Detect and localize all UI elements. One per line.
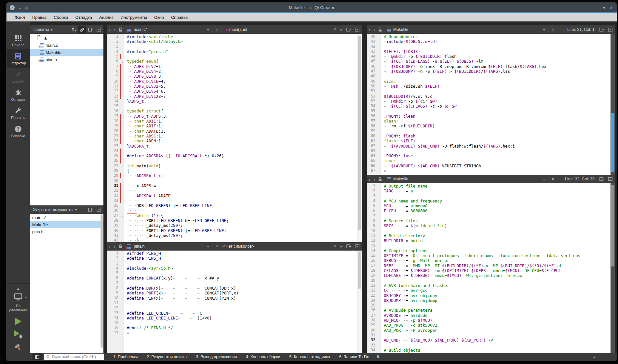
line-number[interactable]: 55	[367, 109, 377, 113]
code-text[interactable]: .PHONY:·clean	[382, 114, 415, 119]
code-line[interactable]: 44→ @mkdir -p $(BUILDDIR) flash	[367, 54, 610, 59]
code-line[interactable]: 40········PORT(LED_GREEN)·|=·LED_GREE_LI…	[107, 228, 357, 233]
fold-margin[interactable]	[120, 144, 125, 149]
line-number[interactable]: 10	[107, 79, 120, 84]
fold-margin[interactable]	[377, 218, 382, 223]
code-text[interactable]: MCU······= atmega8	[382, 203, 427, 208]
code-line[interactable]: 23OBJCOPY··= avr-objcopy	[367, 293, 610, 298]
code-text[interactable]: ···char·ADATE:1;	[125, 129, 166, 134]
fold-margin[interactable]	[377, 343, 382, 348]
close-split-icon[interactable]	[353, 26, 361, 33]
back-icon[interactable]: ‹	[367, 176, 372, 182]
menu-item-3[interactable]: Отладка	[72, 13, 95, 21]
code-text[interactable]: # Build objects	[382, 348, 420, 353]
code-line[interactable]: 3	[107, 44, 357, 49]
fold-margin[interactable]	[377, 308, 382, 313]
code-text[interactable]: OPTIMIZE = -Os -mcall-prologues -fshort-…	[382, 253, 580, 258]
code-text[interactable]: → $(AVRDUDE) $(AD_CMD) %FUSEBIT_STRING%	[382, 163, 481, 168]
fold-margin[interactable]	[377, 114, 382, 119]
line-number[interactable]: 40	[107, 228, 120, 233]
line-number[interactable]: 15	[107, 104, 120, 109]
code-line[interactable]: 46→ $(OBJCOPY) -O ihex -R .eeprom -R .nw…	[367, 64, 610, 69]
line-number[interactable]: 39	[107, 223, 120, 228]
code-text[interactable]: ····	[125, 198, 137, 203]
split-icon[interactable]	[87, 206, 94, 213]
code-text[interactable]: #include·<avr/io.h>	[125, 266, 173, 271]
code-line[interactable]: 45→ $(CC) $(LDFLAGS) -o $(ELF) $(OBJS) -…	[367, 59, 610, 64]
line-number[interactable]: 66	[367, 163, 377, 168]
code-text[interactable]: ···ADPS_DIV2=1,	[125, 64, 163, 69]
error-marker[interactable]	[120, 183, 125, 188]
code-line[interactable]: 59	[367, 129, 610, 134]
line-number[interactable]: 23	[367, 293, 377, 298]
fold-margin[interactable]	[377, 194, 382, 199]
toggle-sidebar-icon[interactable]	[33, 353, 42, 360]
fold-margin[interactable]	[120, 311, 125, 316]
code-line[interactable]: 50→ @sh ./size.sh $(ELF)	[367, 84, 610, 89]
fold-margin[interactable]	[120, 316, 125, 320]
code-line[interactable]: 24OBJDUMP··= avr-objdump	[367, 298, 610, 303]
line-number[interactable]: 65	[367, 158, 377, 163]
line-number[interactable]: 46	[367, 64, 377, 69]
error-marker[interactable]	[120, 188, 125, 193]
code-text[interactable]: # Output file name	[382, 184, 427, 188]
code-text[interactable]: → rm -rf $(BUILDDIR)	[382, 124, 435, 128]
code-text[interactable]	[125, 261, 127, 266]
line-number[interactable]: 47	[367, 69, 377, 74]
line-number[interactable]: 5	[107, 271, 120, 276]
code-text[interactable]: typedef·struct{	[125, 109, 163, 113]
code-text[interactable]: → $(CC) $(LDFLAGS) -o $(ELF) $(OBJS) -lm	[382, 59, 483, 64]
back-icon[interactable]: ‹	[107, 27, 112, 32]
code-line[interactable]: 14}ADPS_t;	[107, 99, 357, 104]
chevron-down-icon[interactable]: ▾	[541, 28, 547, 32]
line-number[interactable]: 27	[367, 313, 377, 318]
fold-margin[interactable]	[377, 313, 382, 318]
code-line[interactable]: 12BUILDDIR = build	[367, 238, 610, 243]
fold-margin[interactable]	[377, 79, 382, 84]
line-number[interactable]: 11	[107, 301, 120, 306]
line-number[interactable]: 67	[367, 168, 377, 173]
code-text[interactable]: ···ADPS_DIV4=2,	[125, 69, 163, 74]
code-text[interactable]: SRCS·····= $(wildcard *.c)	[382, 223, 447, 228]
fold-margin[interactable]	[377, 243, 382, 248]
code-text[interactable]: ···char·ADSC:1;	[125, 134, 163, 138]
code-text[interactable]: AVRDUDE··= avrdude	[382, 313, 427, 318]
code-line[interactable]: 12	[107, 306, 357, 310]
fold-margin[interactable]	[120, 291, 125, 295]
code-line[interactable]: 31	[367, 333, 610, 338]
code-line[interactable]: 19LDFLAGS··= $(DEBUG) -mmcu=$(MCU) -Wl,-…	[367, 273, 610, 278]
code-line[interactable]: 27AVRDUDE··= avrdude	[367, 313, 610, 318]
symbol-breadcrumb[interactable]: main(): int	[229, 27, 248, 32]
code-text[interactable]: #define·PORT(x)→ → → → CONCAT(PORT,x)	[125, 291, 238, 295]
tab-makefile-top[interactable]: Makefile	[393, 27, 541, 32]
code-line[interactable]: 67◆	[367, 168, 610, 173]
code-line[interactable]: 29····ADCSRA_t·x;	[107, 173, 357, 178]
error-marker[interactable]	[120, 138, 125, 143]
code-text[interactable]: ···ADPS_DIV32=5,	[125, 84, 166, 89]
code-text[interactable]: -include·$(OBJS:.o=.d)	[382, 39, 437, 44]
code-text[interactable]	[125, 306, 127, 310]
code-line[interactable]: 47→ $(OBJDUMP) -h -S $(ELF) > $(BUILDDIR…	[367, 69, 610, 74]
small-arrow-icon[interactable]: ▸	[338, 27, 345, 32]
fold-margin[interactable]	[120, 301, 125, 306]
open-documents-title[interactable]: Открытые документы	[30, 207, 73, 212]
code-text[interactable]	[382, 44, 384, 49]
fold-margin[interactable]	[377, 49, 382, 54]
line-number[interactable]: 9	[107, 74, 120, 79]
code-text[interactable]: ····	[125, 208, 137, 213]
fold-margin[interactable]	[377, 44, 382, 49]
menu-item-7[interactable]: Справка	[168, 13, 191, 21]
code-line[interactable]: 5MCU······= atmega8	[367, 203, 610, 208]
line-number[interactable]: 56	[367, 114, 377, 119]
fold-margin[interactable]	[120, 286, 125, 291]
back-icon[interactable]: ‹	[107, 244, 112, 249]
line-number[interactable]: 19	[107, 124, 120, 128]
fold-margin[interactable]: ⌄	[120, 59, 125, 64]
code-line[interactable]: 27⌄int·main(void)	[107, 163, 357, 168]
line-number[interactable]: 14	[107, 316, 120, 320]
fold-margin[interactable]	[120, 208, 125, 213]
output-pane-2[interactable]: 2Результаты поиска	[147, 355, 187, 359]
chevron-down-icon[interactable]: ▾	[51, 28, 52, 32]
line-number[interactable]: 19	[367, 273, 377, 278]
code-line[interactable]: 32AD_CMD···= $(AD_MCU) $(AD_PROG) $(AD_P…	[367, 338, 610, 343]
